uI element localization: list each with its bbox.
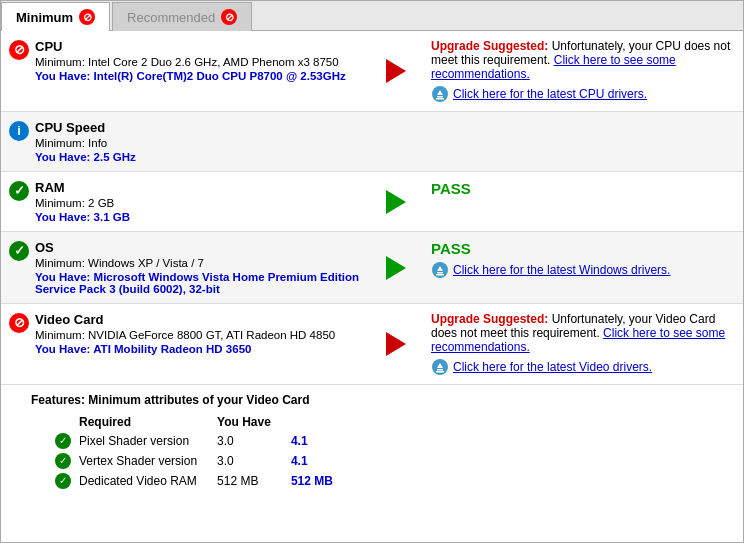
cpu-red-arrow-icon xyxy=(386,59,406,83)
features-item-required: 3.0 xyxy=(213,451,287,471)
cpu-speed-min-value: Info xyxy=(88,137,107,149)
os-info: OS Minimum: Windows XP / Vista / 7 You H… xyxy=(35,240,361,295)
os-driver-row: Click here for the latest Windows driver… xyxy=(431,261,733,279)
os-arrow xyxy=(371,232,421,303)
videocard-info: Video Card Minimum: NVIDIA GeForce 8800 … xyxy=(35,312,335,355)
svg-rect-10 xyxy=(437,369,443,371)
features-item-name: Dedicated Video RAM xyxy=(75,471,213,491)
features-title: Features: Minimum attributes of your Vid… xyxy=(31,393,733,407)
videocard-have: You Have: ATI Mobility Radeon HD 3650 xyxy=(35,343,335,355)
ram-min: Minimum: 2 GB xyxy=(35,197,130,209)
tab-recommended[interactable]: Recommended ⊘ xyxy=(112,2,252,31)
ram-green-arrow-icon xyxy=(386,190,406,214)
features-table-row: ✓ Dedicated Video RAM 512 MB 512 MB xyxy=(51,471,349,491)
cpu-upgrade-text: Upgrade Suggested: Unfortunately, your C… xyxy=(431,39,733,81)
videocard-have-value: ATI Mobility Radeon HD 3650 xyxy=(93,343,251,355)
ram-right: PASS xyxy=(421,172,743,231)
os-pass-text: PASS xyxy=(431,240,471,257)
svg-rect-6 xyxy=(437,272,443,274)
tab-bar: Minimum ⊘ Recommended ⊘ xyxy=(1,1,743,31)
cpu-speed-min: Minimum: Info xyxy=(35,137,136,149)
ram-title: RAM xyxy=(35,180,130,195)
features-check-icon: ✓ xyxy=(51,471,75,491)
features-item-name: Pixel Shader version xyxy=(75,431,213,451)
videocard-stop-icon: ⊘ xyxy=(9,313,29,333)
cpu-speed-info-icon: i xyxy=(9,121,29,141)
cpu-left: ⊘ CPU Minimum: Intel Core 2 Duo 2.6 GHz,… xyxy=(1,31,371,111)
ram-min-value: 2 GB xyxy=(88,197,114,209)
ram-have-label: You Have: xyxy=(35,211,90,223)
cpu-speed-right xyxy=(421,112,743,171)
tab-recommended-stop-icon: ⊘ xyxy=(221,9,237,25)
os-have-label: You Have: xyxy=(35,271,90,283)
tab-minimum[interactable]: Minimum ⊘ xyxy=(1,2,110,31)
content-area: ⊘ CPU Minimum: Intel Core 2 Duo 2.6 GHz,… xyxy=(1,31,743,499)
features-table-row: ✓ Pixel Shader version 3.0 4.1 xyxy=(51,431,349,451)
videocard-min-label: Minimum: xyxy=(35,329,85,341)
os-min-label: Minimum: xyxy=(35,257,85,269)
features-item-required: 3.0 xyxy=(213,431,287,451)
cpu-min-value: Intel Core 2 Duo 2.6 GHz, AMD Phenom x3 … xyxy=(88,56,339,68)
videocard-red-arrow-icon xyxy=(386,332,406,356)
cpu-speed-have-label: You Have: xyxy=(35,151,90,163)
cpu-speed-left: i CPU Speed Minimum: Info You Have: 2.5 … xyxy=(1,112,371,171)
cpu-speed-have: You Have: 2.5 GHz xyxy=(35,151,136,163)
features-table-row: ✓ Vertex Shader version 3.0 4.1 xyxy=(51,451,349,471)
row-videocard: ⊘ Video Card Minimum: NVIDIA GeForce 880… xyxy=(1,304,743,385)
cpu-arrow xyxy=(371,31,421,111)
cpu-have-label: You Have: xyxy=(35,70,90,82)
tab-minimum-stop-icon: ⊘ xyxy=(79,9,95,25)
videocard-right: Upgrade Suggested: Unfortunately, your V… xyxy=(421,304,743,384)
os-green-arrow-icon xyxy=(386,256,406,280)
videocard-min: Minimum: NVIDIA GeForce 8800 GT, ATI Rad… xyxy=(35,329,335,341)
ram-pass-text: PASS xyxy=(431,180,471,197)
ram-min-label: Minimum: xyxy=(35,197,85,209)
videocard-min-value: NVIDIA GeForce 8800 GT, ATI Radeon HD 48… xyxy=(88,329,335,341)
videocard-driver-row: Click here for the latest Video drivers. xyxy=(431,358,733,376)
os-min: Minimum: Windows XP / Vista / 7 xyxy=(35,257,361,269)
os-right: PASS Click here for the latest Windows d… xyxy=(421,232,743,303)
os-have: You Have: Microsoft Windows Vista Home P… xyxy=(35,271,361,295)
cpu-info: CPU Minimum: Intel Core 2 Duo 2.6 GHz, A… xyxy=(35,39,346,82)
row-os: ✓ OS Minimum: Windows XP / Vista / 7 You… xyxy=(1,232,743,304)
svg-rect-2 xyxy=(437,96,443,98)
os-min-value: Windows XP / Vista / 7 xyxy=(88,257,204,269)
cpu-title: CPU xyxy=(35,39,346,54)
cpu-driver-link[interactable]: Click here for the latest CPU drivers. xyxy=(453,87,647,101)
videocard-upgrade-text: Upgrade Suggested: Unfortunately, your V… xyxy=(431,312,733,354)
os-check-icon: ✓ xyxy=(9,241,29,261)
os-driver-link[interactable]: Click here for the latest Windows driver… xyxy=(453,263,670,277)
videocard-title: Video Card xyxy=(35,312,335,327)
features-section: Features: Minimum attributes of your Vid… xyxy=(1,385,743,499)
cpu-driver-row: Click here for the latest CPU drivers. xyxy=(431,85,733,103)
cpu-upgrade-title: Upgrade Suggested: xyxy=(431,39,548,53)
cpu-have: You Have: Intel(R) Core(TM)2 Duo CPU P87… xyxy=(35,70,346,82)
videocard-upgrade-title: Upgrade Suggested: xyxy=(431,312,548,326)
row-cpu-speed: i CPU Speed Minimum: Info You Have: 2.5 … xyxy=(1,112,743,172)
features-col-name xyxy=(51,413,75,431)
ram-arrow xyxy=(371,172,421,231)
features-item-you-have: 4.1 xyxy=(287,451,349,471)
features-item-name: Vertex Shader version xyxy=(75,451,213,471)
svg-rect-7 xyxy=(436,274,444,276)
videocard-arrow xyxy=(371,304,421,384)
cpu-have-value: Intel(R) Core(TM)2 Duo CPU P8700 @ 2.53G… xyxy=(94,70,346,82)
cpu-min-label: Minimum: xyxy=(35,56,85,68)
videocard-have-label: You Have: xyxy=(35,343,90,355)
features-item-you-have: 512 MB xyxy=(287,471,349,491)
os-title: OS xyxy=(35,240,361,255)
os-driver-download-icon xyxy=(431,261,449,279)
cpu-speed-middle xyxy=(371,112,421,171)
main-container: Minimum ⊘ Recommended ⊘ ⊘ CPU Minimum: I… xyxy=(0,0,744,543)
features-table: Required You Have ✓ Pixel Shader version… xyxy=(51,413,349,491)
ram-check-icon: ✓ xyxy=(9,181,29,201)
features-check-icon: ✓ xyxy=(51,451,75,471)
videocard-driver-link[interactable]: Click here for the latest Video drivers. xyxy=(453,360,652,374)
features-check-icon: ✓ xyxy=(51,431,75,451)
cpu-driver-download-icon xyxy=(431,85,449,103)
cpu-speed-min-label: Minimum: xyxy=(35,137,85,149)
row-cpu: ⊘ CPU Minimum: Intel Core 2 Duo 2.6 GHz,… xyxy=(1,31,743,112)
svg-rect-3 xyxy=(436,98,444,100)
cpu-speed-title: CPU Speed xyxy=(35,120,136,135)
cpu-speed-have-value: 2.5 GHz xyxy=(94,151,136,163)
